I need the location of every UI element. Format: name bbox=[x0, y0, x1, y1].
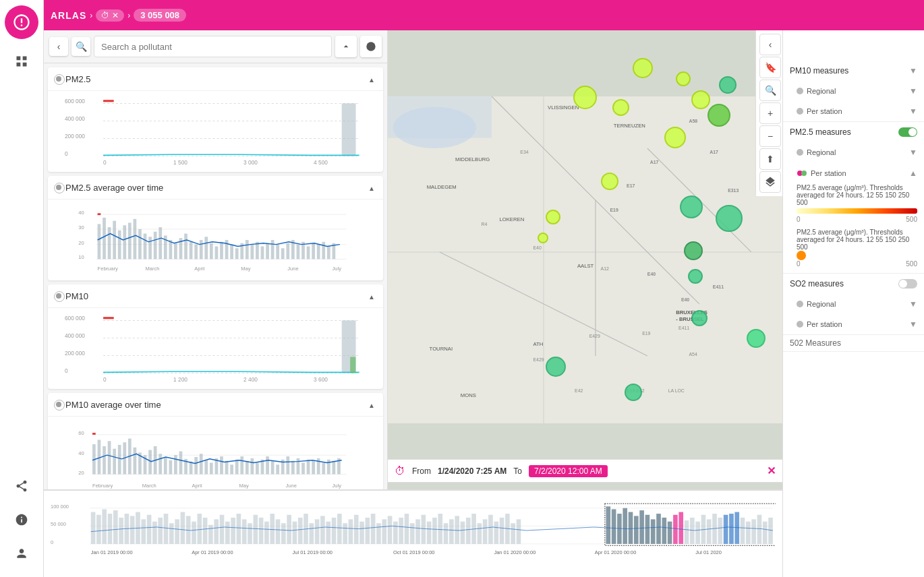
pm25-station-chevron[interactable]: ▲ bbox=[909, 169, 917, 178]
logo[interactable] bbox=[5, 5, 38, 39]
pm10-layer-header[interactable]: PM10 measures ▼ bbox=[783, 61, 924, 81]
pm25-layer-toggle[interactable] bbox=[898, 127, 917, 137]
zoom-in-btn[interactable]: + bbox=[759, 102, 781, 124]
svg-rect-141 bbox=[312, 461, 315, 475]
close-time[interactable]: ✕ bbox=[112, 11, 119, 20]
so2-layer-header[interactable]: SO2 measures bbox=[783, 274, 924, 294]
svg-rect-205 bbox=[96, 515, 101, 544]
bookmark-btn[interactable]: 🔖 bbox=[759, 57, 781, 78]
svg-rect-26 bbox=[113, 221, 116, 260]
pm10-time-header[interactable]: PM10 average over time bbox=[48, 393, 383, 417]
svg-rect-120 bbox=[204, 460, 208, 475]
svg-rect-81 bbox=[103, 317, 114, 319]
so2-regional-chevron[interactable]: ▼ bbox=[909, 299, 917, 309]
svg-rect-45 bbox=[210, 243, 213, 260]
zoom-out-btn[interactable]: − bbox=[759, 125, 781, 147]
back-button[interactable]: ‹ bbox=[49, 37, 68, 56]
pm25-time-header[interactable]: PM2.5 average over time bbox=[48, 176, 383, 200]
svg-rect-127 bbox=[240, 456, 243, 474]
svg-rect-53 bbox=[251, 245, 254, 260]
pm10-time-collapse[interactable] bbox=[368, 398, 375, 411]
marker-15[interactable] bbox=[688, 269, 703, 284]
pm25-layer-header[interactable]: PM2.5 measures bbox=[783, 122, 924, 142]
svg-rect-244 bbox=[315, 519, 320, 544]
compass-btn[interactable]: ⬆ bbox=[759, 148, 781, 170]
pm25-chart-body: 600 000 400 000 200 000 0 0 1 500 3 000 bbox=[48, 91, 383, 172]
map-background[interactable]: A58 A17 E313 A17 E17 E19 E40 E40 E411 E3… bbox=[388, 30, 782, 489]
marker-10[interactable] bbox=[546, 210, 560, 224]
map-area[interactable]: A58 A17 E313 A17 E17 E19 E40 E40 E411 E3… bbox=[388, 30, 782, 489]
pm10-dot bbox=[56, 293, 61, 299]
svg-rect-138 bbox=[297, 458, 300, 475]
marker-5[interactable] bbox=[691, 90, 710, 109]
svg-rect-125 bbox=[230, 464, 233, 474]
so2-station-label: Per station bbox=[807, 320, 842, 328]
marker-1[interactable] bbox=[633, 58, 653, 78]
search-button[interactable]: 🔍 bbox=[71, 37, 90, 56]
pm10-time-dot bbox=[56, 402, 61, 407]
left-panel: ‹ 🔍 PM2.5 600 000 400 000 200 000 0 bbox=[44, 30, 388, 516]
search-map-btn[interactable]: 🔍 bbox=[759, 80, 781, 101]
so2-layer-toggle[interactable] bbox=[898, 279, 917, 288]
so2-station-chevron[interactable]: ▼ bbox=[909, 320, 917, 329]
collapse-toggle[interactable] bbox=[335, 36, 357, 57]
collapse-panel-btn[interactable]: ‹ bbox=[759, 34, 781, 55]
so2-station-dot bbox=[797, 321, 803, 328]
layers-btn[interactable] bbox=[759, 171, 781, 193]
marker-7[interactable] bbox=[719, 76, 737, 94]
svg-rect-42 bbox=[194, 245, 198, 260]
pm10-regional-dot bbox=[797, 88, 803, 94]
pm25-range2-to: 500 bbox=[906, 260, 917, 268]
svg-rect-209 bbox=[119, 518, 123, 544]
marker-4[interactable] bbox=[676, 71, 691, 86]
svg-rect-118 bbox=[194, 457, 198, 475]
svg-rect-5 bbox=[103, 100, 114, 102]
svg-rect-285 bbox=[629, 512, 633, 544]
search-input[interactable] bbox=[94, 36, 332, 57]
multicolor-dot-icon bbox=[797, 168, 807, 179]
sidebar-info-icon[interactable] bbox=[8, 506, 35, 533]
svg-rect-270 bbox=[461, 522, 465, 544]
svg-text:600 000: 600 000 bbox=[65, 98, 85, 104]
pm10-station-chevron[interactable]: ▼ bbox=[909, 107, 917, 116]
layer-toggle-btn[interactable] bbox=[360, 36, 382, 57]
sidebar-grid-icon[interactable] bbox=[8, 48, 35, 75]
svg-rect-275 bbox=[488, 515, 493, 544]
time-close-btn[interactable]: ✕ bbox=[767, 464, 776, 477]
svg-text:40: 40 bbox=[78, 450, 84, 456]
marker-3[interactable] bbox=[612, 99, 629, 116]
time-icon: ⏱ bbox=[101, 11, 109, 20]
marker-13[interactable] bbox=[716, 205, 743, 232]
marker-8[interactable] bbox=[664, 127, 686, 148]
svg-rect-123 bbox=[220, 456, 223, 474]
topbar-sep2: › bbox=[127, 11, 130, 20]
pm25-header[interactable]: PM2.5 bbox=[48, 67, 383, 91]
svg-rect-246 bbox=[326, 522, 330, 544]
marker-9[interactable] bbox=[601, 173, 618, 190]
svg-rect-284 bbox=[623, 508, 627, 544]
marker-6[interactable] bbox=[708, 104, 730, 127]
marker-16[interactable] bbox=[691, 310, 708, 326]
marker-18[interactable] bbox=[625, 384, 642, 401]
pm25-regional-chevron[interactable]: ▼ bbox=[909, 148, 917, 157]
pm25-time-collapse[interactable] bbox=[368, 181, 375, 193]
sidebar-user-icon[interactable] bbox=[8, 540, 35, 567]
svg-rect-214 bbox=[147, 515, 152, 544]
sidebar-share-icon[interactable] bbox=[8, 473, 35, 499]
marker-11[interactable] bbox=[538, 233, 548, 243]
marker-14[interactable] bbox=[684, 241, 703, 260]
pm25-station-label: Per station bbox=[811, 169, 846, 177]
pm25-collapse[interactable] bbox=[368, 73, 375, 85]
pm10-collapse[interactable] bbox=[368, 290, 375, 302]
pm10-header[interactable]: PM10 bbox=[48, 284, 383, 308]
svg-rect-293 bbox=[673, 515, 678, 544]
pm10-regional-chevron[interactable]: ▼ bbox=[909, 86, 917, 96]
svg-rect-56 bbox=[266, 243, 269, 260]
marker-17[interactable] bbox=[546, 357, 566, 377]
pm25-legend1-range: 0 500 bbox=[797, 216, 917, 223]
topbar-time-chip[interactable]: ⏱ ✕ bbox=[96, 9, 124, 22]
marker-19[interactable] bbox=[747, 329, 766, 348]
svg-rect-305 bbox=[741, 518, 745, 544]
marker-2[interactable] bbox=[573, 86, 597, 109]
marker-12[interactable] bbox=[680, 195, 703, 218]
